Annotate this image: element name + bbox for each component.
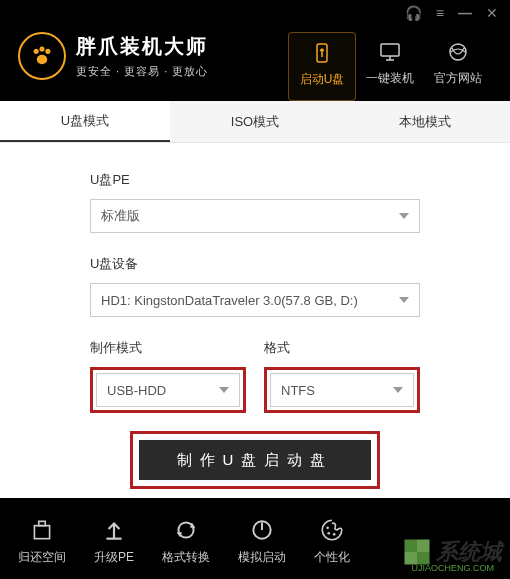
header: 胖爪装机大师 更安全 · 更容易 · 更放心 启动U盘 一键装机 官方网站 [0, 22, 510, 101]
support-icon[interactable]: 🎧 [405, 5, 422, 21]
palette-icon [319, 517, 345, 543]
nav-label: 一键装机 [366, 70, 414, 87]
chevron-down-icon [219, 387, 229, 393]
footer-label: 归还空间 [18, 549, 66, 566]
box-icon [29, 517, 55, 543]
upload-icon [101, 517, 127, 543]
svg-point-16 [333, 533, 336, 536]
footer-restore-space[interactable]: 归还空间 [18, 517, 66, 566]
power-icon [249, 517, 275, 543]
tab-iso-mode[interactable]: ISO模式 [170, 101, 340, 142]
mode-label: 制作模式 [90, 339, 246, 357]
pe-label: U盘PE [90, 171, 420, 189]
svg-rect-18 [417, 540, 430, 553]
footer-label: 格式转换 [162, 549, 210, 566]
device-value: HD1: KingstonDataTraveler 3.0(57.8 GB, D… [101, 293, 358, 308]
minimize-button[interactable]: — [458, 5, 472, 21]
footer-personalize[interactable]: 个性化 [314, 517, 350, 566]
app-logo [18, 32, 66, 80]
titlebar: 🎧 ≡ — ✕ [0, 0, 510, 22]
svg-rect-9 [34, 526, 49, 539]
nav-label: 官方网站 [434, 70, 482, 87]
svg-point-1 [39, 46, 44, 51]
device-select[interactable]: HD1: KingstonDataTraveler 3.0(57.8 GB, D… [90, 283, 420, 317]
svg-rect-10 [39, 521, 46, 525]
highlight-box: NTFS [264, 367, 420, 413]
mode-select[interactable]: USB-HDD [96, 373, 240, 407]
ie-icon [444, 40, 472, 64]
device-label: U盘设备 [90, 255, 420, 273]
pe-select[interactable]: 标准版 [90, 199, 420, 233]
watermark-sub: UJIAOCHENG.COM [411, 563, 494, 573]
app-subtitle: 更安全 · 更容易 · 更放心 [76, 64, 208, 79]
format-label: 格式 [264, 339, 420, 357]
chevron-down-icon [393, 387, 403, 393]
logo-block: 胖爪装机大师 更安全 · 更容易 · 更放心 [18, 32, 208, 80]
nav-icons: 启动U盘 一键装机 官方网站 [288, 32, 492, 101]
nav-one-click[interactable]: 一键装机 [356, 32, 424, 101]
tab-local-mode[interactable]: 本地模式 [340, 101, 510, 142]
highlight-box: 制作U盘启动盘 [130, 431, 380, 489]
monitor-icon [376, 40, 404, 64]
usb-icon [308, 41, 336, 65]
tab-usb-mode[interactable]: U盘模式 [0, 101, 170, 142]
svg-point-15 [327, 532, 330, 535]
menu-icon[interactable]: ≡ [436, 5, 444, 21]
footer-format-convert[interactable]: 格式转换 [162, 517, 210, 566]
footer-simulate-boot[interactable]: 模拟启动 [238, 517, 286, 566]
refresh-icon [173, 517, 199, 543]
svg-point-0 [34, 49, 39, 54]
highlight-box: USB-HDD [90, 367, 246, 413]
svg-rect-17 [405, 540, 418, 553]
mode-tabs: U盘模式 ISO模式 本地模式 [0, 101, 510, 143]
footer-label: 升级PE [94, 549, 134, 566]
app-title: 胖爪装机大师 [76, 33, 208, 60]
footer-label: 模拟启动 [238, 549, 286, 566]
create-usb-button[interactable]: 制作U盘启动盘 [139, 440, 371, 480]
format-value: NTFS [281, 383, 315, 398]
svg-point-3 [37, 55, 48, 64]
svg-point-2 [45, 49, 50, 54]
paw-icon [28, 42, 56, 70]
format-select[interactable]: NTFS [270, 373, 414, 407]
main-panel: U盘模式 ISO模式 本地模式 U盘PE 标准版 U盘设备 HD1: Kings… [0, 101, 510, 498]
chevron-down-icon [399, 297, 409, 303]
nav-label: 启动U盘 [300, 71, 345, 88]
nav-website[interactable]: 官方网站 [424, 32, 492, 101]
nav-boot-usb[interactable]: 启动U盘 [288, 32, 356, 101]
footer-upgrade-pe[interactable]: 升级PE [94, 517, 134, 566]
close-button[interactable]: ✕ [486, 5, 498, 21]
pe-value: 标准版 [101, 207, 140, 225]
form: U盘PE 标准版 U盘设备 HD1: KingstonDataTraveler … [0, 143, 510, 499]
svg-point-8 [450, 44, 466, 60]
chevron-down-icon [399, 213, 409, 219]
svg-point-14 [326, 527, 329, 530]
footer-label: 个性化 [314, 549, 350, 566]
svg-rect-5 [381, 44, 399, 56]
mode-value: USB-HDD [107, 383, 166, 398]
